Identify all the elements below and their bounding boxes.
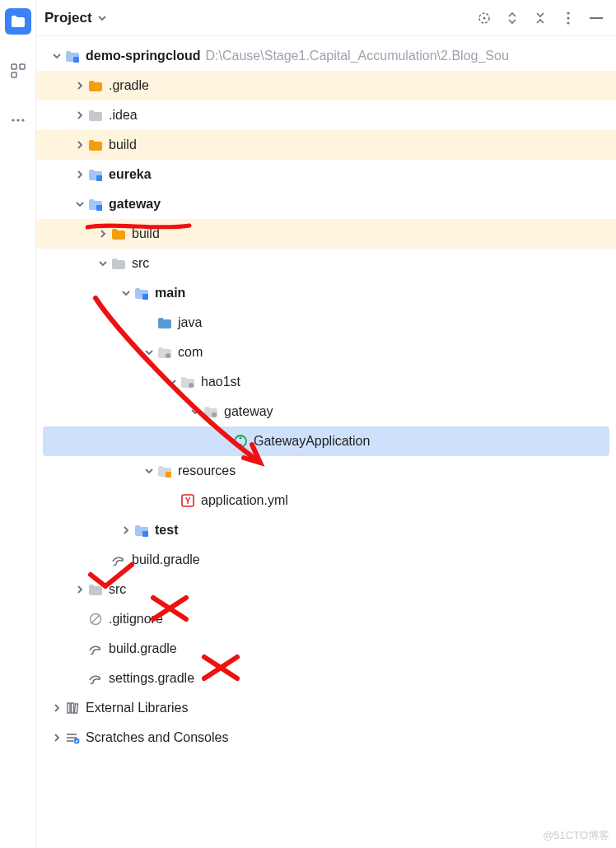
- svg-rect-1: [20, 64, 25, 69]
- tree-item-settings[interactable]: settings.gradle: [36, 664, 616, 693]
- tree-item-root-src[interactable]: src: [36, 575, 616, 604]
- tree-label: application.yml: [201, 493, 288, 508]
- tree-item-main[interactable]: main: [36, 278, 616, 308]
- tree-item-resources[interactable]: resources: [36, 456, 616, 486]
- module-icon: [64, 48, 81, 64]
- tree-item-root-buildgradle[interactable]: build.gradle: [36, 634, 616, 664]
- collapse-button[interactable]: [529, 7, 552, 30]
- tree-path: D:\Cause\Stage1.Capital_Accumulation\2.B…: [206, 49, 509, 63]
- tree-item-eureka[interactable]: eureka: [36, 160, 616, 189]
- arrow-icon[interactable]: [142, 347, 156, 357]
- folder-gray-icon: [87, 581, 104, 598]
- expand-button[interactable]: [501, 7, 524, 30]
- arrow-icon[interactable]: [72, 81, 87, 91]
- arrow-icon[interactable]: [72, 110, 87, 120]
- tree-label: gateway: [224, 404, 273, 419]
- arrow-icon[interactable]: [72, 170, 87, 179]
- tree-item-test[interactable]: test: [36, 515, 616, 545]
- locate-button[interactable]: [473, 7, 496, 30]
- svg-point-17: [189, 383, 194, 388]
- arrow-icon[interactable]: [188, 407, 203, 417]
- tree-label: hao1st: [201, 375, 240, 389]
- folder-gray-icon: [87, 107, 104, 123]
- options-button[interactable]: [557, 7, 580, 30]
- tree-label: settings.gradle: [109, 671, 194, 686]
- tree-item-gw-build[interactable]: build: [36, 219, 616, 249]
- tree-label: build: [132, 226, 160, 241]
- arrow-icon[interactable]: [96, 229, 110, 239]
- tree-item-gateway[interactable]: gateway: [36, 189, 616, 219]
- folder-icon: [10, 13, 26, 30]
- tree-item-root[interactable]: demo-springcloudD:\Cause\Stage1.Capital_…: [36, 41, 616, 71]
- tree-label: com: [178, 345, 203, 360]
- tree-item-idea-dir[interactable]: .idea: [36, 100, 616, 130]
- tree-item-hao1st[interactable]: hao1st: [36, 367, 616, 397]
- project-title[interactable]: Project: [44, 10, 92, 26]
- tree-item-build-dir[interactable]: build: [36, 130, 616, 160]
- svg-rect-23: [142, 531, 148, 537]
- tree-item-gw-src[interactable]: src: [36, 249, 616, 278]
- chevron-down-icon[interactable]: [97, 13, 107, 23]
- folder-orange-icon: [110, 226, 127, 242]
- tree-label: GatewayApplication: [254, 434, 370, 449]
- tree-item-com[interactable]: com: [36, 338, 616, 367]
- svg-point-16: [166, 353, 170, 358]
- arrow-icon[interactable]: [49, 733, 64, 743]
- arrow-icon[interactable]: [96, 259, 110, 268]
- tree-item-gw-buildgradle[interactable]: build.gradle: [36, 545, 616, 575]
- more-icon: [11, 118, 26, 123]
- structure-tool-button[interactable]: [5, 58, 31, 84]
- tree-label: main: [155, 286, 185, 301]
- svg-rect-2: [12, 72, 16, 77]
- tree-item-gateway-pkg[interactable]: gateway: [36, 397, 616, 426]
- tree-item-gradle-dir[interactable]: .gradle: [36, 71, 616, 100]
- svg-rect-27: [72, 703, 74, 713]
- class-icon: [232, 433, 249, 450]
- gradle-icon: [87, 641, 104, 657]
- tree-item-ext-libs[interactable]: External Libraries: [36, 693, 616, 723]
- arrow-icon[interactable]: [72, 585, 87, 594]
- expand-icon: [506, 12, 518, 25]
- arrow-icon[interactable]: [119, 525, 133, 535]
- folder-gray-icon: [110, 255, 127, 272]
- left-tool-rail: [0, 0, 36, 848]
- tree-label: .idea: [109, 108, 138, 123]
- arrow-icon[interactable]: [165, 377, 180, 387]
- svg-rect-15: [142, 294, 148, 300]
- arrow-icon[interactable]: [142, 466, 156, 476]
- gradle-icon: [110, 552, 127, 568]
- tree-label: src: [132, 256, 149, 271]
- arrow-icon[interactable]: [49, 703, 64, 713]
- project-tree[interactable]: demo-springcloudD:\Cause\Stage1.Capital_…: [36, 36, 616, 848]
- tree-item-gw-app[interactable]: GatewayApplication: [43, 426, 609, 456]
- scratches-icon: [64, 729, 81, 746]
- package-icon: [180, 374, 196, 390]
- project-tool-button[interactable]: [5, 8, 31, 35]
- arrow-icon[interactable]: [119, 288, 133, 298]
- tree-label: .gitignore: [109, 612, 163, 627]
- gradle-icon: [87, 670, 104, 687]
- module-icon: [87, 166, 104, 183]
- tree-item-app-yml[interactable]: Yapplication.yml: [36, 486, 616, 515]
- minimize-icon: [590, 16, 603, 20]
- folder-orange-icon: [87, 77, 104, 94]
- svg-rect-20: [166, 472, 171, 478]
- arrow-icon[interactable]: [72, 140, 87, 150]
- svg-line-25: [91, 615, 100, 623]
- tree-item-scratches[interactable]: Scratches and Consoles: [36, 723, 616, 752]
- tree-label: External Libraries: [86, 701, 189, 715]
- hide-button[interactable]: [585, 7, 608, 30]
- svg-point-4: [16, 119, 19, 121]
- package-icon: [203, 403, 219, 420]
- arrow-icon[interactable]: [72, 199, 87, 209]
- tree-label: build: [109, 137, 137, 152]
- tree-item-java[interactable]: java: [36, 308, 616, 338]
- project-panel: Project demo-springcloudD:\Cause\Stage1.…: [36, 0, 616, 848]
- tree-item-gitignore[interactable]: .gitignore: [36, 604, 616, 634]
- more-tool-button[interactable]: [5, 107, 31, 133]
- kebab-icon: [566, 11, 571, 26]
- tree-label: java: [178, 315, 202, 330]
- svg-rect-12: [73, 57, 79, 63]
- svg-point-9: [567, 16, 569, 19]
- arrow-icon[interactable]: [49, 51, 64, 61]
